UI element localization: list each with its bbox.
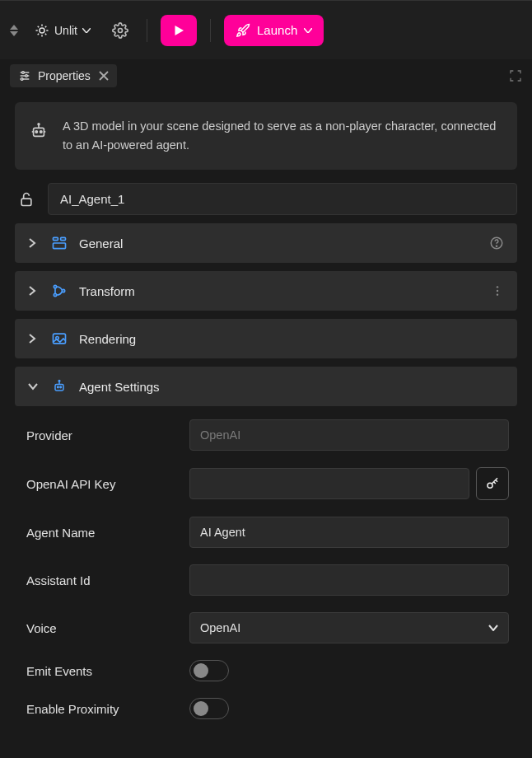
fullscreen-icon [509,69,522,82]
top-toolbar: Unlit Launch [0,0,532,59]
close-tab-button[interactable] [99,71,109,81]
section-rendering-header[interactable]: Rendering [15,319,517,358]
svg-point-38 [58,386,59,388]
agent-name-input[interactable] [189,517,509,548]
divider [210,19,211,42]
section-rendering: Rendering [15,319,517,358]
lighting-mode-dropdown[interactable]: Unlit [28,18,97,43]
properties-tab[interactable]: Properties [10,64,117,87]
api-key-input[interactable] [189,468,469,499]
section-general-header[interactable]: General [15,223,517,263]
section-general: General [15,223,517,263]
key-icon [485,476,500,491]
more-button[interactable] [491,284,504,297]
agent-settings-body: Provider OpenAI API Key [15,406,517,736]
svg-line-8 [45,26,47,27]
svg-line-6 [45,33,47,35]
toggle-knob [194,701,208,716]
section-transform-header[interactable]: Transform [15,271,517,311]
play-icon [171,23,186,38]
rocket-icon [236,23,250,38]
row-emit-events: Emit Events [15,652,517,690]
label-enable-proximity: Enable Proximity [23,702,180,716]
section-rendering-title: Rendering [79,332,504,346]
chevron-right-icon [28,286,40,296]
launch-label: Launch [257,23,297,37]
svg-point-18 [40,131,42,133]
svg-point-0 [40,28,44,33]
svg-point-13 [26,75,28,77]
svg-rect-23 [21,199,31,205]
svg-rect-24 [54,238,58,241]
unlock-icon [18,191,35,208]
play-button[interactable] [161,15,197,46]
assistant-id-input[interactable] [189,564,509,596]
lock-toggle[interactable] [15,188,38,211]
api-key-reveal-button[interactable] [476,467,509,500]
svg-point-39 [60,386,62,388]
svg-point-15 [21,78,23,81]
section-agent-title: Agent Settings [79,380,504,394]
provider-input[interactable] [189,419,509,451]
fullscreen-button[interactable] [509,69,522,82]
svg-point-17 [35,131,37,133]
agent-icon [51,378,68,395]
chevron-down-icon [82,28,91,33]
chevron-down-icon [28,382,40,391]
row-assistant-id: Assistant Id [15,556,517,604]
stepper-down-icon[interactable] [10,31,18,36]
robot-icon [30,122,48,140]
label-provider: Provider [23,428,180,442]
toggle-knob [194,663,208,678]
chevron-right-icon [28,334,40,344]
svg-point-41 [58,381,60,382]
help-button[interactable] [489,236,504,250]
svg-point-30 [54,294,56,297]
settings-button[interactable] [107,17,133,44]
panel-header: Properties [0,59,532,92]
voice-value: OpenAI [200,621,240,634]
voice-select[interactable]: OpenAI [189,612,509,643]
svg-point-20 [38,124,40,125]
gear-icon [112,22,128,39]
svg-rect-37 [55,385,63,391]
svg-line-7 [38,33,40,35]
transform-icon [51,283,68,299]
info-banner: A 3D model in your scene designed to ser… [15,102,517,170]
svg-rect-25 [61,238,66,241]
launch-button[interactable]: Launch [224,15,324,46]
general-icon [51,235,68,251]
section-transform: Transform [15,271,517,311]
label-voice: Voice [23,621,180,635]
chevron-right-icon [28,238,40,248]
lighting-mode-label: Unlit [54,24,77,37]
section-transform-title: Transform [79,284,479,298]
stepper-up-icon[interactable] [10,25,18,30]
chevron-down-icon [304,28,312,33]
emit-events-toggle[interactable] [189,660,229,681]
svg-line-5 [38,26,40,27]
svg-point-34 [497,294,498,296]
svg-point-33 [497,290,498,292]
enable-proximity-toggle[interactable] [189,698,229,719]
svg-point-29 [54,286,56,288]
section-agent: Agent Settings Provider OpenAI API Key [15,367,517,736]
object-name-input[interactable] [48,183,517,215]
row-enable-proximity: Enable Proximity [15,690,517,728]
rendering-icon [51,330,68,347]
svg-point-9 [119,28,123,32]
svg-point-28 [496,246,497,247]
label-agent-name: Agent Name [23,526,180,540]
section-general-title: General [79,236,478,250]
row-api-key: OpenAI API Key [15,459,517,508]
section-agent-header[interactable]: Agent Settings [15,367,517,406]
svg-point-32 [497,287,498,288]
row-agent-name: Agent Name [15,508,517,556]
row-voice: Voice OpenAI [15,604,517,652]
label-assistant-id: Assistant Id [23,573,180,587]
panel-title: Properties [38,69,91,82]
divider [147,19,147,42]
info-text: A 3D model in your scene designed to ser… [63,117,502,155]
label-api-key: OpenAI API Key [23,477,180,491]
viewport-stepper[interactable] [10,25,18,36]
